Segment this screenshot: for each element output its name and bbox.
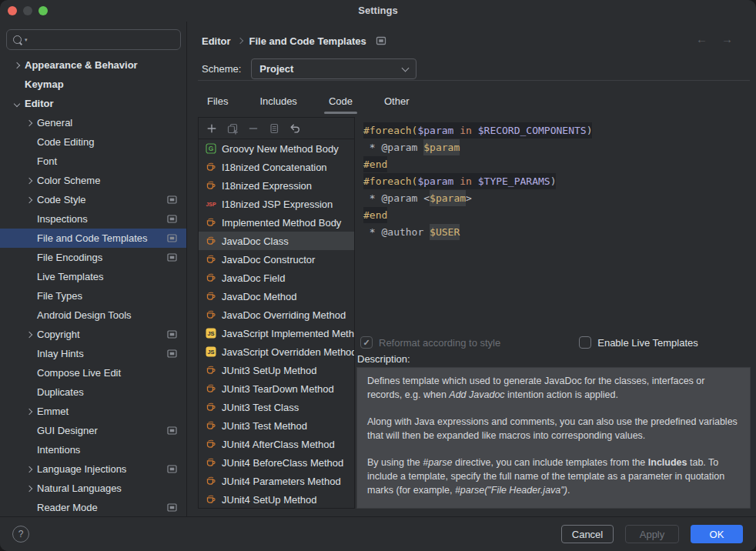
template-item-junit3-test-method[interactable]: JUnit3 Test Method bbox=[199, 416, 354, 435]
chevron-right-icon[interactable] bbox=[22, 332, 37, 337]
template-item-junit3-setup-method[interactable]: JUnit3 SetUp Method bbox=[199, 361, 354, 379]
template-item-junit4-parameters-method[interactable]: JUnit4 Parameters Method bbox=[199, 472, 354, 490]
template-item-label: JUnit4 Parameters Method bbox=[222, 476, 341, 487]
sidebar-item-label: Code Style bbox=[37, 194, 86, 205]
sidebar-item-label: File and Code Templates bbox=[37, 232, 148, 244]
template-item-implemented-method-body[interactable]: Implemented Method Body bbox=[199, 213, 354, 232]
tab-code[interactable]: Code bbox=[324, 91, 357, 111]
chevron-right-icon[interactable] bbox=[22, 409, 37, 414]
sidebar-item-natural-languages[interactable]: Natural Languages bbox=[0, 479, 186, 498]
sidebar-item-code-editing[interactable]: Code Editing bbox=[0, 132, 186, 152]
template-item-javadoc-field[interactable]: JavaDoc Field bbox=[199, 269, 354, 287]
sidebar-item-code-style[interactable]: Code Style bbox=[0, 190, 186, 209]
template-item-groovy-new-method-body[interactable]: GGroovy New Method Body bbox=[199, 139, 354, 158]
screen-icon bbox=[167, 234, 177, 242]
template-item-label: JavaScript Overridden Method Body bbox=[222, 346, 354, 358]
sidebar-item-appearance-behavior[interactable]: Appearance & Behavior bbox=[0, 55, 186, 75]
screen-icon bbox=[167, 465, 177, 473]
template-code-editor[interactable]: #foreach($param in $RECORD_COMPONENTS) *… bbox=[356, 117, 751, 331]
sidebar-item-reader-mode[interactable]: Reader Mode bbox=[0, 498, 186, 517]
chevron-right-icon[interactable] bbox=[22, 486, 37, 491]
help-button[interactable]: ? bbox=[12, 526, 29, 543]
sidebar-item-file-and-code-templates[interactable]: File and Code Templates bbox=[0, 229, 186, 248]
code-line: * @author $USER bbox=[363, 224, 751, 241]
template-item-i18nized-concatenation[interactable]: I18nized Concatenation bbox=[199, 158, 354, 176]
template-item-javadoc-overriding-method[interactable]: JavaDoc Overriding Method bbox=[199, 306, 354, 324]
cancel-button[interactable]: Cancel bbox=[561, 525, 614, 543]
svg-text:JS: JS bbox=[207, 349, 214, 356]
chevron-right-icon[interactable] bbox=[9, 63, 25, 68]
revert-button[interactable] bbox=[284, 119, 305, 138]
template-item-javadoc-class[interactable]: JavaDoc Class bbox=[199, 232, 354, 250]
forward-button[interactable]: → bbox=[721, 32, 733, 45]
chevron-right-icon[interactable] bbox=[22, 198, 37, 202]
code-line: * @param <$param> bbox=[363, 190, 751, 207]
search-field[interactable]: ▾ bbox=[6, 29, 181, 50]
sidebar-item-keymap[interactable]: Keymap bbox=[0, 75, 186, 94]
template-item-label: JUnit3 TearDown Method bbox=[222, 383, 334, 395]
reformat-checkbox: ✓ bbox=[360, 336, 373, 349]
divider bbox=[198, 80, 750, 81]
template-item-junit3-teardown-method[interactable]: JUnit3 TearDown Method bbox=[199, 379, 354, 398]
sidebar-item-copyright[interactable]: Copyright bbox=[0, 325, 186, 344]
ok-button[interactable]: OK bbox=[691, 525, 743, 543]
template-item-javadoc-constructor[interactable]: JavaDoc Constructor bbox=[199, 250, 354, 269]
template-item-javascript-overridden-method-body[interactable]: JSJavaScript Overridden Method Body bbox=[199, 342, 354, 361]
template-list-toolbar bbox=[199, 118, 354, 139]
sidebar-item-file-types[interactable]: File Types bbox=[0, 286, 186, 306]
sidebar-item-font[interactable]: Font bbox=[0, 152, 186, 171]
tab-other[interactable]: Other bbox=[380, 91, 414, 111]
sidebar-item-label: File Types bbox=[37, 290, 82, 302]
sidebar-item-emmet[interactable]: Emmet bbox=[0, 402, 186, 421]
search-input[interactable] bbox=[28, 34, 180, 45]
code-line: * @param $param bbox=[363, 139, 751, 156]
breadcrumb-editor[interactable]: Editor bbox=[202, 35, 231, 47]
template-item-label: JUnit4 AfterClass Method bbox=[222, 439, 335, 450]
sidebar-item-color-scheme[interactable]: Color Scheme bbox=[0, 171, 186, 190]
svg-text:JS: JS bbox=[207, 330, 214, 337]
sidebar-item-label: Keymap bbox=[25, 78, 64, 90]
sidebar-item-android-design-tools[interactable]: Android Design Tools bbox=[0, 306, 186, 325]
template-item-javadoc-method[interactable]: JavaDoc Method bbox=[199, 287, 354, 306]
live-templates-checkbox[interactable] bbox=[579, 336, 591, 349]
java-icon bbox=[205, 180, 217, 191]
tab-files[interactable]: Files bbox=[202, 91, 232, 111]
chevron-right-icon[interactable] bbox=[22, 467, 37, 472]
template-item-javascript-implemented-method-body[interactable]: JSJavaScript Implemented Method Body bbox=[199, 324, 354, 342]
screen-icon bbox=[167, 215, 177, 223]
sidebar-item-intentions[interactable]: Intentions bbox=[0, 440, 186, 459]
sidebar-item-label: Reader Mode bbox=[37, 502, 98, 513]
screen-icon bbox=[167, 330, 177, 339]
sidebar-item-inlay-hints[interactable]: Inlay Hints bbox=[0, 344, 186, 363]
java-icon bbox=[205, 402, 217, 412]
add-button[interactable] bbox=[201, 119, 222, 138]
scheme-select[interactable]: Project bbox=[251, 58, 416, 79]
sidebar-item-file-encodings[interactable]: File Encodings bbox=[0, 248, 186, 267]
tab-includes[interactable]: Includes bbox=[255, 91, 301, 111]
sidebar-item-inspections[interactable]: Inspections bbox=[0, 209, 186, 229]
chevron-right-icon[interactable] bbox=[22, 179, 37, 183]
template-item-junit3-test-class[interactable]: JUnit3 Test Class bbox=[199, 398, 354, 416]
sidebar-item-label: Color Scheme bbox=[37, 175, 100, 186]
template-item-i18nized-expression[interactable]: I18nized Expression bbox=[199, 176, 354, 195]
java-icon bbox=[205, 439, 217, 449]
sidebar-item-language-injections[interactable]: Language Injections bbox=[0, 459, 186, 479]
sidebar-item-duplicates[interactable]: Duplicates bbox=[0, 382, 186, 402]
template-item-i18nized-jsp-expression[interactable]: JSPI18nized JSP Expression bbox=[199, 195, 354, 213]
sidebar-item-live-templates[interactable]: Live Templates bbox=[0, 267, 186, 286]
chevron-right-icon[interactable] bbox=[22, 121, 37, 125]
sidebar-item-general[interactable]: General bbox=[0, 113, 186, 132]
template-item-junit4-setup-method[interactable]: JUnit4 SetUp Method bbox=[199, 490, 354, 509]
sidebar-item-label: Natural Languages bbox=[37, 483, 122, 494]
sidebar-item-label: Copyright bbox=[37, 329, 80, 340]
footer-bar: ? Cancel Apply OK bbox=[0, 516, 756, 551]
sidebar-item-editor[interactable]: Editor bbox=[0, 94, 186, 113]
sidebar-item-gui-designer[interactable]: GUI Designer bbox=[0, 421, 186, 440]
chevron-down-icon[interactable] bbox=[9, 102, 25, 106]
template-item-junit4-afterclass-method[interactable]: JUnit4 AfterClass Method bbox=[199, 435, 354, 453]
chevron-down-icon bbox=[402, 64, 410, 72]
template-item-junit4-beforeclass-method[interactable]: JUnit4 BeforeClass Method bbox=[199, 453, 354, 472]
template-item-label: I18nized Expression bbox=[222, 180, 312, 192]
sidebar-item-compose-live-edit[interactable]: Compose Live Edit bbox=[0, 363, 186, 382]
back-button[interactable]: ← bbox=[696, 32, 707, 45]
